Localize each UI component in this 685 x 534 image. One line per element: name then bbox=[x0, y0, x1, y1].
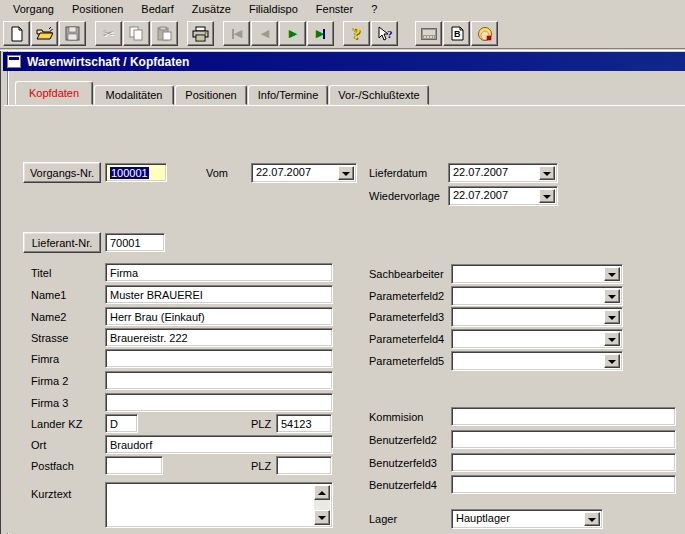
parameterfeld4-dropdown-button[interactable] bbox=[604, 332, 620, 346]
help-button[interactable]: ? bbox=[343, 21, 370, 46]
benutzerfeld3-field[interactable] bbox=[451, 453, 676, 472]
wiedervorlage-label: Wiedervorlage bbox=[369, 190, 440, 202]
menu-bedarf[interactable]: Bedarf bbox=[132, 1, 182, 18]
lieferdatum-combo[interactable]: 22.07.2007 bbox=[448, 163, 558, 183]
chevron-down-icon bbox=[608, 360, 616, 364]
titel-field[interactable] bbox=[105, 263, 333, 282]
svg-text:?: ? bbox=[387, 28, 393, 40]
plz1-field[interactable] bbox=[276, 414, 332, 433]
next-record-icon: ▶ bbox=[289, 28, 296, 39]
wiedervorlage-dropdown-button[interactable] bbox=[539, 189, 555, 203]
ort-field[interactable] bbox=[105, 435, 333, 454]
chevron-down-icon bbox=[608, 316, 616, 320]
scroll-up-button[interactable] bbox=[314, 485, 330, 500]
lager-combo[interactable]: Hauptlager bbox=[451, 509, 603, 529]
copy-pages-icon bbox=[129, 26, 144, 41]
first-record-button[interactable]: ◀ bbox=[223, 21, 250, 46]
tab-info-termine[interactable]: Info/Termine bbox=[248, 85, 328, 105]
strasse-field[interactable] bbox=[105, 328, 333, 347]
menu-zusaetze[interactable]: Zusätze bbox=[183, 1, 240, 18]
kurztext-scrollbar[interactable] bbox=[314, 485, 330, 525]
sachbearbeiter-label: Sachbearbeiter bbox=[369, 268, 444, 280]
tab-vor-schlusstexte[interactable]: Vor-/Schlußtexte bbox=[329, 85, 429, 105]
last-record-icon: ▶ bbox=[316, 28, 325, 39]
print-button[interactable] bbox=[187, 21, 214, 46]
parameterfeld5-dropdown-button[interactable] bbox=[604, 354, 620, 368]
open-folder-icon bbox=[36, 26, 53, 42]
cut-button[interactable]: ✂ bbox=[95, 21, 122, 46]
lieferdatum-value: 22.07.2007 bbox=[453, 166, 537, 180]
context-help-button[interactable]: ? bbox=[371, 21, 398, 46]
lieferant-nr-field[interactable] bbox=[105, 233, 165, 252]
parameterfeld3-label: Parameterfeld3 bbox=[369, 311, 444, 323]
lager-label: Lager bbox=[369, 513, 397, 525]
titel-label: Titel bbox=[31, 267, 51, 279]
parameterfeld5-combo[interactable] bbox=[451, 351, 623, 371]
vom-combo[interactable]: 22.07.2007 bbox=[251, 163, 357, 183]
parameterfeld5-value bbox=[456, 354, 602, 368]
open-button[interactable] bbox=[31, 21, 58, 46]
vorgangs-nr-field[interactable]: 100001 bbox=[105, 163, 167, 182]
postfach-field[interactable] bbox=[105, 456, 163, 475]
menu-fenster[interactable]: Fenster bbox=[307, 1, 362, 18]
notes-button[interactable]: B bbox=[443, 21, 470, 46]
notes-page-icon: B bbox=[450, 26, 464, 41]
firma3-field[interactable] bbox=[105, 393, 333, 412]
previous-record-button[interactable]: ◀ bbox=[251, 21, 278, 46]
benutzerfeld4-field[interactable] bbox=[451, 475, 676, 494]
save-button[interactable] bbox=[59, 21, 86, 46]
parameterfeld2-dropdown-button[interactable] bbox=[604, 289, 620, 303]
plz2-field[interactable] bbox=[276, 456, 332, 475]
window-title: Warenwirtschaft / Kopfdaten bbox=[27, 55, 189, 69]
fimra-field[interactable] bbox=[105, 349, 333, 368]
menu-bar: Vorgang Positionen Bedarf Zusätze Filial… bbox=[0, 0, 685, 19]
kommision-field[interactable] bbox=[451, 407, 676, 426]
parameterfeld3-combo[interactable] bbox=[451, 307, 623, 327]
parameterfeld4-combo[interactable] bbox=[451, 329, 623, 349]
copy-button[interactable] bbox=[123, 21, 150, 46]
menu-positionen[interactable]: Positionen bbox=[63, 1, 132, 18]
benutzerfeld2-label: Benutzerfeld2 bbox=[369, 434, 437, 446]
tab-modalitaeten[interactable]: Modalitäten bbox=[94, 85, 174, 105]
parameterfeld2-combo[interactable] bbox=[451, 286, 623, 306]
firma2-field[interactable] bbox=[105, 371, 333, 390]
paste-button[interactable] bbox=[151, 21, 178, 46]
menu-help[interactable]: ? bbox=[362, 1, 386, 18]
parameterfeld3-dropdown-button[interactable] bbox=[604, 310, 620, 324]
wiedervorlage-combo[interactable]: 22.07.2007 bbox=[448, 186, 558, 206]
cut-scissors-icon: ✂ bbox=[103, 27, 114, 40]
sachbearbeiter-combo[interactable] bbox=[451, 264, 623, 284]
mdi-window: Warenwirtschaft / Kopfdaten Kopfdaten Mo… bbox=[0, 51, 685, 534]
lieferant-nr-button[interactable]: Lieferant-Nr. bbox=[23, 232, 101, 253]
strasse-label: Strasse bbox=[31, 332, 68, 344]
next-record-button[interactable]: ▶ bbox=[279, 21, 306, 46]
firma2-label: Firma 2 bbox=[31, 375, 68, 387]
toolbar: ✂ ◀ ◀ ▶ ▶ ? ? bbox=[0, 19, 685, 48]
lander-kz-field[interactable] bbox=[105, 414, 138, 433]
contact-button[interactable] bbox=[471, 21, 498, 46]
new-document-icon bbox=[9, 26, 25, 42]
scroll-down-button[interactable] bbox=[314, 510, 330, 525]
menu-vorgang[interactable]: Vorgang bbox=[4, 1, 63, 18]
lieferdatum-label: Lieferdatum bbox=[369, 167, 427, 179]
benutzerfeld2-field[interactable] bbox=[451, 430, 676, 449]
form-panel: Vorgangs-Nr. 100001 Vom 22.07.2007 Liefe… bbox=[4, 106, 685, 533]
lieferdatum-dropdown-button[interactable] bbox=[539, 166, 555, 180]
sachbearbeiter-dropdown-button[interactable] bbox=[604, 267, 620, 281]
parameterfeld4-value bbox=[456, 332, 602, 346]
new-button[interactable] bbox=[3, 21, 30, 46]
tab-positionen[interactable]: Positionen bbox=[175, 85, 247, 105]
tab-kopfdaten[interactable]: Kopfdaten bbox=[15, 81, 93, 105]
lager-dropdown-button[interactable] bbox=[584, 512, 600, 526]
name2-field[interactable] bbox=[105, 307, 333, 326]
kurztext-textarea[interactable] bbox=[105, 482, 333, 528]
menu-filialdispo[interactable]: Filialdispo bbox=[240, 1, 307, 18]
postfach-label: Postfach bbox=[31, 460, 74, 472]
toolbar-options-button[interactable] bbox=[415, 21, 442, 46]
last-record-button[interactable]: ▶ bbox=[307, 21, 334, 46]
vom-dropdown-button[interactable] bbox=[338, 166, 354, 180]
name1-field[interactable] bbox=[105, 285, 333, 304]
chevron-down-icon bbox=[543, 172, 551, 176]
vorgangs-nr-button[interactable]: Vorgangs-Nr. bbox=[23, 162, 101, 183]
chevron-down-icon bbox=[608, 338, 616, 342]
